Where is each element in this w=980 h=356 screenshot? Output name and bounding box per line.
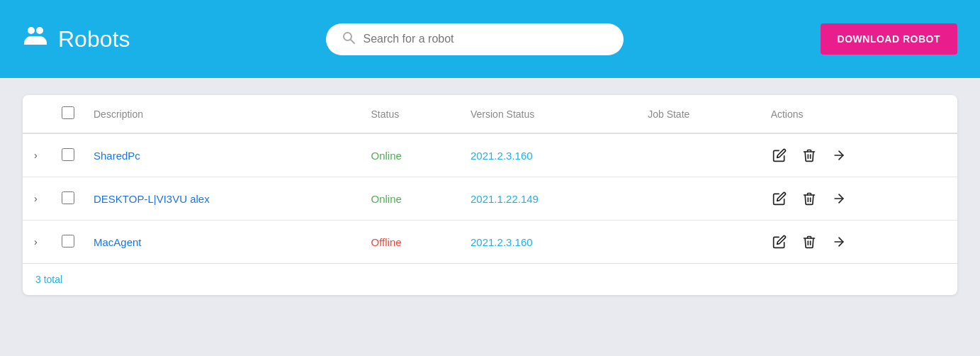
description-cell-2: MacAgent — [85, 221, 363, 264]
edit-button-2[interactable] — [771, 233, 788, 250]
table-row: › MacAgent Offline 2021.2.3.160 — [23, 221, 957, 264]
version-cell-2: 2021.2.3.160 — [462, 221, 639, 264]
navigate-button-0[interactable] — [830, 147, 847, 164]
description-link-0[interactable]: SharedPc — [94, 150, 140, 162]
status-cell-0: Online — [363, 133, 463, 177]
description-col-header: Description — [85, 95, 363, 133]
navigate-button-2[interactable] — [830, 233, 847, 250]
status-badge-0: Online — [371, 150, 402, 162]
status-col-header: Status — [363, 95, 463, 133]
expand-cell-2: › — [23, 221, 51, 264]
status-cell-1: Online — [363, 177, 463, 221]
svg-point-1 — [36, 27, 43, 34]
delete-button-1[interactable] — [801, 190, 818, 207]
svg-line-3 — [351, 40, 354, 43]
navigate-button-1[interactable] — [830, 190, 847, 207]
robots-icon — [23, 23, 48, 55]
table-row: › SharedPc Online 2021.2.3.160 — [23, 133, 957, 177]
checkbox-col-header — [51, 95, 85, 133]
expand-cell-0: › — [23, 133, 51, 177]
description-cell-0: SharedPc — [85, 133, 363, 177]
status-badge-2: Offline — [371, 236, 402, 248]
page-title: Robots — [58, 26, 130, 52]
expand-cell-1: › — [23, 177, 51, 221]
status-cell-2: Offline — [363, 221, 463, 264]
actions-cell-2 — [762, 221, 957, 264]
job-state-col-header: Job State — [639, 95, 762, 133]
table-row: › DESKTOP-L|VI3VU alex Online 2021.1.22.… — [23, 177, 957, 221]
description-link-2[interactable]: MacAgent — [94, 236, 142, 248]
expand-button-0[interactable]: › — [31, 147, 40, 164]
row-checkbox-0[interactable] — [62, 148, 74, 161]
main-content: Description Status Version Status Job St… — [0, 78, 980, 312]
edit-button-0[interactable] — [771, 147, 788, 164]
job-state-cell-1 — [639, 177, 762, 221]
search-bar-wrapper — [147, 23, 803, 55]
delete-button-0[interactable] — [801, 147, 818, 164]
status-badge-1: Online — [371, 193, 402, 205]
select-all-checkbox[interactable] — [62, 106, 74, 119]
row-checkbox-2[interactable] — [62, 235, 74, 247]
job-state-cell-0 — [639, 133, 762, 177]
version-value-0: 2021.2.3.160 — [471, 150, 533, 162]
job-state-cell-2 — [639, 221, 762, 264]
checkbox-cell-0 — [51, 133, 85, 177]
description-link-1[interactable]: DESKTOP-L|VI3VU alex — [94, 193, 210, 205]
search-bar — [326, 23, 624, 55]
svg-point-0 — [28, 27, 35, 34]
search-icon — [342, 30, 356, 48]
checkbox-cell-1 — [51, 177, 85, 221]
total-count: 3 total — [35, 274, 62, 285]
header: Robots DOWNLOAD ROBOT — [0, 0, 980, 78]
edit-button-1[interactable] — [771, 190, 788, 207]
search-input[interactable] — [363, 33, 608, 45]
expand-col-header — [23, 95, 51, 133]
delete-button-2[interactable] — [801, 233, 818, 250]
expand-button-1[interactable]: › — [31, 190, 40, 207]
description-cell-1: DESKTOP-L|VI3VU alex — [85, 177, 363, 221]
download-robot-button[interactable]: DOWNLOAD ROBOT — [821, 23, 957, 55]
actions-cell-1 — [762, 177, 957, 221]
checkbox-cell-2 — [51, 221, 85, 264]
version-cell-0: 2021.2.3.160 — [462, 133, 639, 177]
version-value-1: 2021.1.22.149 — [471, 193, 539, 205]
actions-col-header: Actions — [762, 95, 957, 133]
robots-table-card: Description Status Version Status Job St… — [23, 95, 957, 295]
header-title-area: Robots — [23, 23, 130, 55]
table-footer: 3 total — [23, 263, 957, 295]
version-cell-1: 2021.1.22.149 — [462, 177, 639, 221]
table-body: › SharedPc Online 2021.2.3.160 — [23, 133, 957, 263]
expand-button-2[interactable]: › — [31, 233, 40, 250]
robots-table: Description Status Version Status Job St… — [23, 95, 957, 263]
actions-cell-0 — [762, 133, 957, 177]
version-status-col-header: Version Status — [462, 95, 639, 133]
row-checkbox-1[interactable] — [62, 191, 74, 204]
version-value-2: 2021.2.3.160 — [471, 236, 533, 248]
table-header: Description Status Version Status Job St… — [23, 95, 957, 133]
